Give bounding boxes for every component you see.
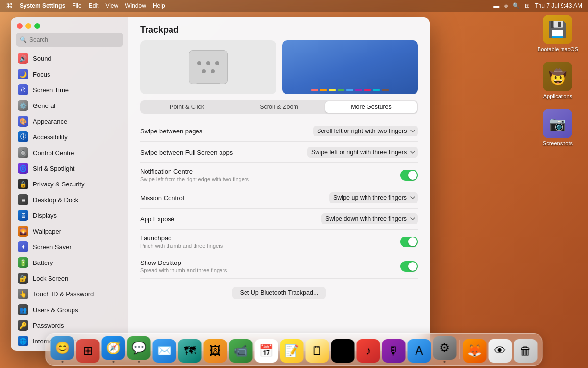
bluetooth-trackpad-button[interactable]: Set Up Bluetooth Trackpad... bbox=[232, 287, 326, 299]
swipe-fullscreen-select[interactable]: Swipe left or right with three fingers bbox=[307, 147, 418, 158]
dock-item-firefox[interactable]: 🦊 bbox=[463, 339, 487, 363]
menu-view[interactable]: View bbox=[105, 2, 118, 9]
touch-id-label: Touch ID & Password bbox=[33, 290, 94, 298]
dock-item-tv[interactable]: ▶ bbox=[331, 339, 355, 363]
desktop-icon-applications[interactable]: 🤠 Applications bbox=[543, 62, 572, 99]
search-icon: 🔍 bbox=[20, 36, 27, 43]
dock-icon-music: ♪ bbox=[357, 339, 380, 363]
maximize-button[interactable] bbox=[34, 23, 40, 29]
launchpad-label: Launchpad bbox=[140, 235, 400, 242]
dock-item-maps[interactable]: 🗺 bbox=[178, 339, 202, 363]
users-groups-label: Users & Groups bbox=[33, 306, 78, 314]
tab-point-click[interactable]: Point & Click bbox=[141, 101, 233, 113]
swipe-pages-select[interactable]: Scroll left or right with two fingers bbox=[313, 126, 418, 136]
show-desktop-label-group: Show DesktopSpread with thumb and three … bbox=[140, 259, 400, 273]
sidebar-item-siri-spotlight[interactable]: 🌀Siri & Spotlight bbox=[14, 160, 125, 176]
tab-bar: Point & ClickScroll & ZoomMore Gestures bbox=[140, 100, 418, 114]
menu-search-icon[interactable]: 🔍 bbox=[513, 2, 520, 9]
sidebar-item-appearance[interactable]: 🎨Appearance bbox=[14, 113, 125, 129]
control-centre-icon: 🔘 bbox=[18, 147, 28, 158]
sidebar-item-battery[interactable]: 🔋Battery bbox=[14, 255, 125, 270]
sidebar-item-control-centre[interactable]: 🔘Control Centre bbox=[14, 145, 125, 160]
notification-centre-control bbox=[400, 170, 418, 181]
dock-item-safari[interactable]: 🧭 bbox=[102, 336, 125, 363]
sidebar-item-focus[interactable]: 🌙Focus bbox=[14, 66, 125, 82]
dock-icon-maps: 🗺 bbox=[178, 339, 202, 363]
sidebar-item-displays[interactable]: 🖥Displays bbox=[14, 208, 125, 223]
sidebar-item-general[interactable]: ⚙️General bbox=[14, 98, 125, 113]
dock-item-mail[interactable]: ✉️ bbox=[153, 339, 176, 363]
menu-help[interactable]: Help bbox=[153, 2, 165, 9]
sidebar-item-desktop-dock[interactable]: 🖥Desktop & Dock bbox=[14, 192, 125, 208]
dock-item-reminders[interactable]: 📝 bbox=[280, 339, 304, 363]
notification-centre-toggle-thumb bbox=[408, 171, 417, 180]
show-desktop-toggle[interactable] bbox=[400, 261, 418, 272]
dot bbox=[206, 61, 210, 65]
dock-item-messages[interactable]: 💬 bbox=[127, 336, 151, 363]
applications-label: Applications bbox=[543, 93, 572, 99]
dock-item-finder[interactable]: 😊 bbox=[51, 336, 74, 363]
close-button[interactable] bbox=[17, 23, 23, 29]
menu-edit[interactable]: Edit bbox=[89, 2, 99, 9]
search-input[interactable] bbox=[16, 33, 123, 47]
screen-time-icon: ⏱ bbox=[18, 84, 28, 95]
dock-icon-firefox: 🦊 bbox=[463, 339, 487, 363]
dock-item-preview[interactable]: 👁 bbox=[489, 339, 512, 363]
dock-item-music[interactable]: ♪ bbox=[357, 339, 380, 363]
sidebar-item-sound[interactable]: 🔊Sound bbox=[14, 51, 125, 66]
screen-time-label: Screen Time bbox=[33, 86, 69, 94]
swipe-pages-label-group: Swipe between pages bbox=[140, 128, 313, 135]
dock-item-facetime[interactable]: 📹 bbox=[229, 339, 253, 363]
menu-window[interactable]: Window bbox=[125, 2, 146, 9]
minimize-button[interactable] bbox=[25, 23, 31, 29]
trackpad-gesture-preview bbox=[282, 40, 418, 94]
apple-menu[interactable]: ⌘ bbox=[6, 2, 13, 10]
siri-spotlight-icon: 🌀 bbox=[18, 163, 28, 174]
sidebar-item-touch-id[interactable]: 👆Touch ID & Password bbox=[14, 286, 125, 302]
sidebar-item-passwords[interactable]: 🔑Passwords bbox=[14, 317, 125, 333]
dock-active-dot bbox=[138, 361, 140, 363]
dock: 😊⊞🧭💬✉️🗺🖼📹📅📝🗒▶♪🎙A⚙🦊👁🗑 bbox=[46, 333, 543, 366]
gesture-bar-item bbox=[346, 89, 353, 91]
menu-controlcentre-icon[interactable]: ⊞ bbox=[525, 2, 530, 9]
gesture-bar-item bbox=[338, 89, 344, 91]
dock-item-photos[interactable]: 🖼 bbox=[204, 339, 227, 363]
dock-item-app-store[interactable]: A bbox=[408, 339, 431, 363]
sidebar-item-lock-screen[interactable]: 🔐Lock Screen bbox=[14, 270, 125, 286]
sidebar-item-wallpaper[interactable]: 🌄Wallpaper bbox=[14, 223, 125, 239]
launchpad-toggle-thumb bbox=[408, 237, 417, 246]
wallpaper-label: Wallpaper bbox=[33, 228, 61, 235]
gesture-bar-item bbox=[320, 89, 327, 91]
mission-control-select[interactable]: Swipe up with three fingers bbox=[329, 192, 418, 203]
launchpad-toggle[interactable] bbox=[400, 237, 418, 247]
app-expose-select[interactable]: Swipe down with three fingers bbox=[321, 213, 418, 224]
sound-label: Sound bbox=[33, 55, 51, 62]
desktop-icons: 💾 Bootable macOS 🤠 Applications 📷 Screen… bbox=[538, 15, 578, 146]
sidebar-item-privacy-security[interactable]: 🔒Privacy & Security bbox=[14, 176, 125, 192]
dock-item-trash[interactable]: 🗑 bbox=[514, 339, 538, 363]
dock-item-podcasts[interactable]: 🎙 bbox=[382, 339, 406, 363]
dock-active-dot bbox=[444, 361, 446, 363]
desktop-icon-bootable[interactable]: 💾 Bootable macOS bbox=[538, 15, 578, 52]
appearance-label: Appearance bbox=[33, 118, 67, 125]
sidebar-item-screen-time[interactable]: ⏱Screen Time bbox=[14, 82, 125, 98]
sidebar-item-screen-saver[interactable]: ✦Screen Saver bbox=[14, 239, 125, 255]
tab-more-gestures[interactable]: More Gestures bbox=[325, 101, 417, 113]
sidebar-item-accessibility[interactable]: ⓘAccessibility bbox=[14, 129, 125, 145]
notification-centre-sublabel: Swipe left from the right edge with two … bbox=[140, 176, 400, 182]
notification-centre-toggle[interactable] bbox=[400, 170, 418, 181]
dock-item-notes[interactable]: 🗒 bbox=[306, 339, 329, 363]
sidebar-item-users-groups[interactable]: 👥Users & Groups bbox=[14, 302, 125, 317]
bootable-macos-label: Bootable macOS bbox=[538, 46, 578, 52]
dock-item-calendar[interactable]: 📅 bbox=[255, 339, 278, 363]
app-name[interactable]: System Settings bbox=[20, 2, 65, 9]
dock-icon-reminders: 📝 bbox=[280, 339, 304, 363]
dock-item-launchpad[interactable]: ⊞ bbox=[76, 339, 100, 363]
applications-icon: 🤠 bbox=[543, 62, 572, 91]
menu-file[interactable]: File bbox=[72, 2, 81, 9]
dock-item-system-settings[interactable]: ⚙ bbox=[433, 336, 457, 363]
bootable-macos-icon: 💾 bbox=[543, 15, 572, 44]
tab-scroll-zoom[interactable]: Scroll & Zoom bbox=[233, 101, 325, 113]
desktop-icon-screenshots[interactable]: 📷 Screenshots bbox=[543, 109, 573, 146]
mission-control-control: Swipe up with three fingers bbox=[329, 192, 418, 203]
